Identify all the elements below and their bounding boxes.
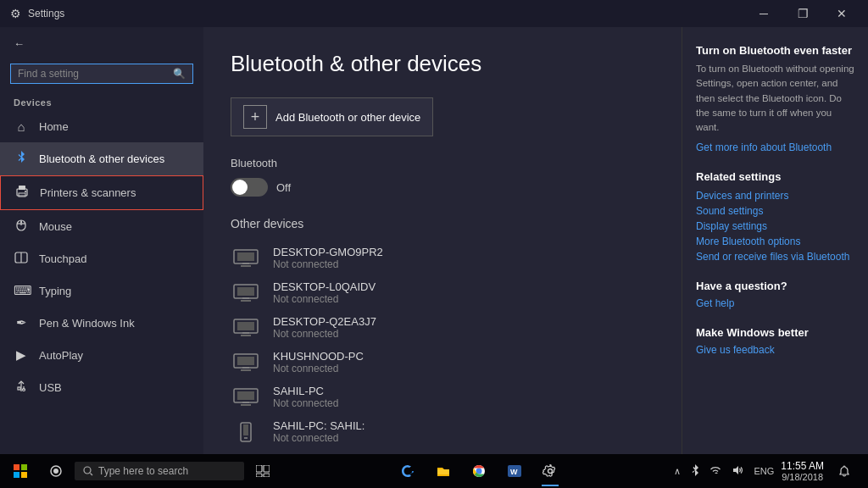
device-status: Not connected xyxy=(273,363,364,374)
sidebar-item-pen[interactable]: ✒ Pen & Windows Ink xyxy=(0,307,203,339)
svg-rect-21 xyxy=(241,300,251,302)
other-devices-title: Other devices xyxy=(231,217,654,230)
content-area: Bluetooth & other devices + Add Bluetoot… xyxy=(203,27,868,454)
svg-rect-15 xyxy=(237,252,254,261)
device-icon xyxy=(231,247,261,270)
device-icon xyxy=(231,316,261,340)
minimize-button[interactable]: ─ xyxy=(744,0,783,27)
windows-better-title: Make Windows better xyxy=(696,326,854,339)
device-info: DESKTOP-L0QAIDV Not connected xyxy=(273,280,376,305)
restore-button[interactable]: ❐ xyxy=(783,0,822,27)
have-question-title: Have a question? xyxy=(696,280,854,292)
sidebar-item-usb[interactable]: USB xyxy=(0,371,203,404)
start-button[interactable] xyxy=(3,454,37,488)
chrome-icon-btn[interactable] xyxy=(462,454,496,488)
windows-better-section: Make Windows better Give us feedback xyxy=(696,326,854,356)
svg-line-49 xyxy=(91,474,93,476)
sidebar-item-printers[interactable]: Printers & scanners xyxy=(0,175,203,210)
task-view-button[interactable] xyxy=(246,454,280,488)
home-icon: ⌂ xyxy=(14,119,29,134)
toggle-knob xyxy=(232,180,248,195)
printer-icon xyxy=(14,185,30,201)
tray-arrow[interactable]: ∧ xyxy=(670,464,684,479)
device-status: Not connected xyxy=(273,432,364,444)
search-input[interactable] xyxy=(18,68,168,80)
sidebar-item-autoplay[interactable]: ▶ AutoPlay xyxy=(0,339,203,371)
bluetooth-icon xyxy=(14,151,29,167)
title-bar: ⚙ Settings ─ ❐ ✕ xyxy=(0,0,868,27)
svg-rect-27 xyxy=(237,357,254,365)
devices-printers-link[interactable]: Devices and printers xyxy=(696,190,854,202)
notification-button[interactable] xyxy=(827,454,861,488)
give-feedback-link[interactable]: Give us feedback xyxy=(696,344,854,356)
device-name: KHUSHNOOD-PC xyxy=(273,350,364,363)
faster-link[interactable]: Get more info about Bluetooth xyxy=(696,141,854,153)
related-settings-section: Related settings Devices and printers So… xyxy=(696,170,854,263)
svg-rect-43 xyxy=(21,464,27,470)
device-name: DESKTOP-L0QAIDV xyxy=(273,280,376,293)
sound-settings-link[interactable]: Sound settings xyxy=(696,205,854,217)
sidebar-item-mouse[interactable]: Mouse xyxy=(0,210,203,243)
edge-icon-btn[interactable] xyxy=(391,454,425,488)
device-status: Not connected xyxy=(273,293,376,305)
volume-tray-icon[interactable] xyxy=(728,463,747,479)
device-icon xyxy=(231,420,261,444)
send-receive-link[interactable]: Send or receive files via Bluetooth xyxy=(696,251,854,263)
bluetooth-state-label: Off xyxy=(276,181,291,194)
device-info: KHUSHNOOD-PC Not connected xyxy=(273,350,364,374)
content-main: Bluetooth & other devices + Add Bluetoot… xyxy=(203,27,682,454)
bluetooth-tray-icon[interactable] xyxy=(687,463,703,480)
sidebar-item-label: Printers & scanners xyxy=(40,186,136,199)
sidebar-item-typing[interactable]: ⌨ Typing xyxy=(0,274,203,307)
device-info: SAHIL-PC Not connected xyxy=(273,385,338,409)
touchpad-icon xyxy=(14,252,29,266)
clock[interactable]: 11:55 AM 9/18/2018 xyxy=(781,460,824,482)
sidebar-back-button[interactable]: ← xyxy=(0,27,203,60)
list-item[interactable]: DESKTOP-L0QAIDV Not connected xyxy=(231,275,654,310)
settings-icon-btn[interactable] xyxy=(533,454,567,488)
plus-icon: + xyxy=(243,105,267,129)
get-help-link[interactable]: Get help xyxy=(696,297,854,309)
search-box[interactable]: 🔍 xyxy=(10,64,193,84)
svg-rect-29 xyxy=(241,369,251,371)
close-button[interactable]: ✕ xyxy=(822,0,861,27)
list-item[interactable]: KHUSHNOOD-PC Not connected xyxy=(231,345,654,380)
sidebar-item-label: Home xyxy=(39,120,69,133)
svg-rect-33 xyxy=(241,404,251,406)
svg-rect-53 xyxy=(264,474,270,477)
sidebar-item-home[interactable]: ⌂ Home xyxy=(0,111,203,142)
faster-text: To turn on Bluetooth without opening Set… xyxy=(696,62,854,135)
svg-rect-23 xyxy=(237,322,254,330)
language-tray[interactable]: ENG xyxy=(750,464,777,478)
list-item[interactable]: DESKTOP-GMO9PR2 Not connected xyxy=(231,241,654,275)
right-panel: Turn on Bluetooth even faster To turn on… xyxy=(682,27,868,454)
taskbar-search[interactable]: Type here to search xyxy=(75,462,244,480)
page-title: Bluetooth & other devices xyxy=(231,51,654,77)
svg-point-58 xyxy=(548,469,552,474)
file-explorer-icon-btn[interactable] xyxy=(426,454,460,488)
sidebar-section-label: Devices xyxy=(0,91,203,111)
word-icon-btn[interactable]: W xyxy=(498,454,531,488)
svg-rect-50 xyxy=(256,465,262,472)
list-item[interactable]: SAHIL-PC: SAHIL: Not connected xyxy=(231,414,654,449)
cortana-button[interactable] xyxy=(39,454,73,488)
display-settings-link[interactable]: Display settings xyxy=(696,220,854,232)
bluetooth-toggle[interactable] xyxy=(231,178,268,197)
svg-point-3 xyxy=(25,191,26,192)
bluetooth-section: Bluetooth Off xyxy=(231,157,654,197)
sidebar-item-bluetooth[interactable]: Bluetooth & other devices xyxy=(0,142,203,175)
taskbar: Type here to search W ∧ xyxy=(0,454,868,488)
add-device-button[interactable]: + Add Bluetooth or other device xyxy=(231,97,433,136)
device-icon xyxy=(231,351,261,374)
svg-rect-31 xyxy=(237,391,254,400)
more-bluetooth-link[interactable]: More Bluetooth options xyxy=(696,236,854,247)
window-title: Settings xyxy=(28,8,64,19)
sidebar-item-label: Mouse xyxy=(39,220,72,233)
sidebar-item-touchpad[interactable]: Touchpad xyxy=(0,243,203,274)
wifi-tray-icon[interactable] xyxy=(706,463,725,479)
list-item[interactable]: SAHIL-PC Not connected xyxy=(231,380,654,414)
svg-rect-17 xyxy=(241,265,251,267)
list-item[interactable]: DESKTOP-Q2EA3J7 Not connected xyxy=(231,310,654,345)
svg-rect-1 xyxy=(19,186,25,190)
svg-point-48 xyxy=(84,467,91,474)
